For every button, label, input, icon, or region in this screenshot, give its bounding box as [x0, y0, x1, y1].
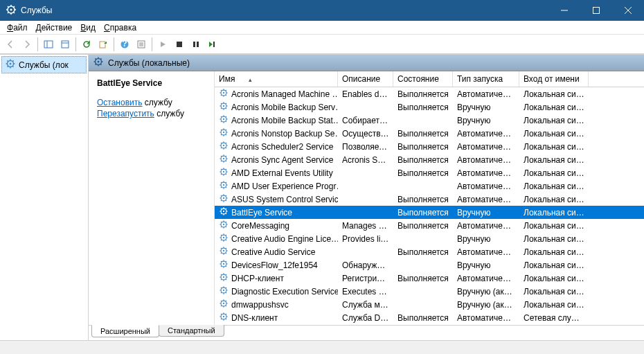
svg-rect-6: [44, 41, 53, 48]
cell-startup-type: Вручную (ак…: [453, 299, 519, 310]
cell-logon-as: Локальная сис…: [519, 141, 589, 152]
cell-description: [338, 172, 393, 174]
service-row[interactable]: Acronis Nonstop Backup Se…Осуществ…Выпол…: [215, 127, 644, 140]
cell-name: AMD External Events Utility: [215, 166, 338, 179]
back-button[interactable]: [3, 37, 18, 52]
cell-logon-as: Локальная сис…: [519, 220, 589, 231]
tab-extended[interactable]: Расширенный: [91, 325, 159, 337]
service-icon: [219, 141, 229, 152]
svg-point-34: [223, 145, 224, 146]
service-row[interactable]: Acronis Managed Machine …Enables da…Выпо…: [215, 87, 644, 100]
service-row[interactable]: ASUS System Control ServiceВыполняетсяАв…: [215, 193, 644, 206]
menu-file[interactable]: Файл: [3, 21, 32, 34]
service-row[interactable]: Creative Audio Engine Lice…Provides li…В…: [215, 232, 644, 245]
service-row[interactable]: dmwappushsvcСлужба м…Вручную (ак…Локальн…: [215, 298, 644, 311]
cell-state: Выполняется: [393, 207, 453, 218]
service-icon: [219, 101, 229, 113]
service-icon: [219, 167, 229, 179]
tab-standard[interactable]: Стандартный: [159, 325, 224, 337]
cell-logon-as: Локальная сис…: [519, 233, 589, 245]
services-scroll[interactable]: Имя Описание Состояние Тип запуска Вход …: [215, 71, 644, 325]
minimize-button[interactable]: [548, 0, 580, 21]
svg-point-50: [223, 250, 224, 251]
svg-point-32: [223, 132, 224, 133]
column-description[interactable]: Описание: [338, 71, 393, 87]
service-row[interactable]: Diagnostic Execution ServiceExecutes di……: [215, 285, 644, 298]
menu-action[interactable]: Действие: [32, 21, 77, 34]
cell-logon-as: Локальная сис…: [519, 102, 589, 113]
cell-description: [338, 251, 393, 253]
restart-service-button[interactable]: [205, 37, 220, 52]
show-hide-tree-button[interactable]: [41, 37, 56, 52]
svg-text:?: ?: [122, 39, 127, 48]
tree-pane[interactable]: Службы (лок: [0, 55, 89, 340]
column-logon-as[interactable]: Вход от имени: [519, 71, 589, 87]
cell-name: Acronis Mobile Backup Serv…: [215, 100, 338, 114]
svg-point-44: [223, 211, 224, 212]
forward-button[interactable]: [19, 37, 35, 52]
cell-name: Acronis Managed Machine …: [215, 87, 338, 100]
cell-description: Enables da…: [338, 89, 393, 100]
menubar: Файл Действие Вид Справка: [0, 21, 644, 35]
cell-name: Acronis Scheduler2 Service: [215, 140, 338, 153]
cell-startup-type: Вручную: [453, 260, 519, 271]
help-button[interactable]: ?: [117, 37, 132, 52]
refresh-button[interactable]: [79, 37, 94, 52]
menu-help[interactable]: Справка: [100, 21, 141, 34]
cell-logon-as: Локальная сис…: [519, 299, 589, 310]
svg-point-54: [223, 276, 224, 278]
tree-root-item[interactable]: Службы (лок: [1, 56, 87, 73]
stop-service-button[interactable]: [172, 37, 187, 52]
restart-action-line: Перезапустить службу: [97, 109, 208, 118]
tree-root-label: Службы (лок: [19, 60, 69, 70]
menu-view[interactable]: Вид: [76, 21, 100, 34]
cell-logon-as: Локальная сис…: [519, 207, 589, 218]
column-startup-type[interactable]: Тип запуска: [453, 71, 519, 87]
column-state[interactable]: Состояние: [393, 71, 453, 87]
service-row[interactable]: CoreMessagingManages c…ВыполняетсяАвтома…: [215, 219, 644, 232]
cell-name: AMD User Experience Progr…: [215, 179, 338, 193]
stop-service-link[interactable]: Остановить: [97, 98, 143, 107]
pause-service-button[interactable]: [188, 37, 204, 52]
separator: [37, 37, 38, 51]
service-row[interactable]: Acronis Mobile Backup Stat…Собирает …Вру…: [215, 114, 644, 127]
export-button[interactable]: [96, 37, 111, 52]
service-row[interactable]: AMD User Experience Progr…Автоматиче…Лок…: [215, 179, 644, 193]
maximize-button[interactable]: [580, 0, 612, 21]
svg-rect-20: [213, 42, 215, 47]
service-row[interactable]: Acronis Mobile Backup Serv…ВыполняетсяВр…: [215, 100, 644, 114]
start-service-button[interactable]: [155, 37, 170, 52]
separator: [152, 37, 152, 51]
cell-state: [393, 238, 453, 240]
service-row[interactable]: DHCP-клиентРегистрир…ВыполняетсяАвтомати…: [215, 272, 644, 285]
service-row[interactable]: Acronis Sync Agent ServiceAcronis Sy…Вып…: [215, 153, 644, 166]
svg-point-40: [223, 184, 224, 186]
cell-logon-as: Локальная сис…: [519, 168, 589, 179]
cell-startup-type: Автоматиче…: [453, 220, 519, 231]
cell-name: DevicesFlow_12fe1954: [215, 258, 338, 272]
service-icon: [219, 206, 229, 218]
restart-service-link[interactable]: Перезапустить: [97, 109, 154, 118]
service-icon: [219, 246, 229, 258]
svg-point-46: [223, 224, 224, 225]
cell-description: Provides li…: [338, 233, 393, 245]
cell-state: Выполняется: [393, 220, 453, 231]
service-row[interactable]: DNS-клиентСлужба D…ВыполняетсяАвтоматиче…: [215, 311, 644, 324]
close-button[interactable]: [612, 0, 644, 21]
cell-state: Выполняется: [393, 273, 453, 284]
service-row[interactable]: DevicesFlow_12fe1954Обнаруже…ВручнуюЛока…: [215, 258, 644, 272]
properties-sheet-button[interactable]: [134, 37, 149, 52]
column-name[interactable]: Имя: [215, 71, 338, 87]
service-row[interactable]: AMD External Events UtilityВыполняетсяАв…: [215, 166, 644, 179]
svg-point-58: [223, 303, 224, 304]
svg-point-28: [223, 105, 224, 107]
service-row[interactable]: Creative Audio ServiceВыполняетсяАвтомат…: [215, 245, 644, 258]
service-row[interactable]: BattlEye ServiceВыполняетсяВручнуюЛокаль…: [215, 206, 644, 219]
properties-button[interactable]: [57, 37, 73, 52]
cell-name: DNS-клиент: [215, 311, 338, 324]
service-row[interactable]: Acronis Scheduler2 ServiceПозволяет…Выпо…: [215, 140, 644, 153]
stop-action-line: Остановить службу: [97, 98, 208, 107]
pane-header-title: Службы (локальные): [108, 58, 190, 68]
services-list: Имя Описание Состояние Тип запуска Вход …: [215, 71, 644, 325]
services-icon: [93, 56, 104, 69]
